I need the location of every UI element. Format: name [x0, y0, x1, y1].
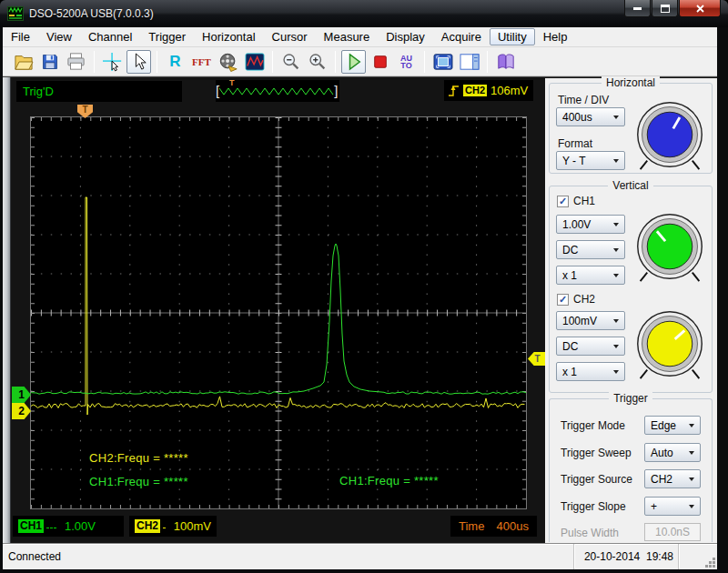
- waveform-view-button[interactable]: [242, 50, 267, 74]
- trigger-sweep-select[interactable]: Auto: [644, 443, 701, 462]
- control-panel: Horizontal Time / DIV 400us Format Y - T…: [545, 78, 717, 543]
- window-layout-icon: [460, 53, 480, 71]
- open-folder-icon: [14, 53, 34, 71]
- time-label: Time: [459, 519, 484, 533]
- stop-icon: [372, 54, 389, 70]
- trigger-group-title: Trigger: [609, 392, 652, 405]
- panel-layout-button[interactable]: [457, 50, 481, 74]
- trigger-source-select[interactable]: CH2: [644, 469, 701, 488]
- waveform-icon: [245, 53, 265, 71]
- menu-view[interactable]: View: [38, 28, 80, 45]
- close-button[interactable]: [679, 0, 721, 17]
- ch2-position-knob[interactable]: [633, 307, 706, 380]
- minimize-button[interactable]: [624, 0, 651, 17]
- help-book-icon: [496, 53, 516, 71]
- rising-edge-icon: [448, 83, 460, 98]
- menu-help[interactable]: Help: [535, 28, 576, 45]
- printer-icon: [66, 53, 86, 70]
- ch1-coupling-icon: [46, 528, 56, 528]
- save-floppy-icon: [41, 53, 59, 71]
- menu-horizontal[interactable]: Horizontal: [194, 28, 264, 45]
- ch2-coupling-icon: [163, 528, 166, 528]
- ch1-badge: CH1: [18, 519, 44, 533]
- time-div-select[interactable]: 400us: [556, 107, 625, 126]
- measurement-ch2-freq: CH2:Frequ = *****: [89, 451, 188, 465]
- ch1-ground-marker[interactable]: 1: [12, 387, 31, 403]
- save-button[interactable]: [37, 50, 62, 74]
- connection-status: Connected: [8, 550, 61, 563]
- play-icon: [346, 53, 362, 71]
- trigger-level-marker[interactable]: T: [528, 352, 547, 366]
- ch1-enable-row: CH1: [557, 195, 595, 207]
- trigger-mode-select[interactable]: Edge: [644, 416, 701, 435]
- trigger-group: Trigger Trigger Mode Edge Trigger Sweep …: [549, 398, 713, 542]
- help-button[interactable]: [493, 50, 518, 74]
- trigger-status-text: Trig'D: [23, 85, 54, 98]
- pulse-width-input: 10.0nS: [644, 523, 701, 541]
- run-button[interactable]: [341, 50, 366, 74]
- horizontal-group-title: Horizontal: [602, 76, 660, 89]
- print-button[interactable]: [64, 50, 88, 74]
- ch2-badge: CH2: [135, 519, 160, 533]
- fullscreen-icon: [433, 53, 453, 71]
- auto-icon: AUTO: [400, 55, 412, 69]
- stop-button[interactable]: [368, 50, 392, 74]
- ch2-coupling-select[interactable]: DC: [556, 337, 625, 356]
- zoom-in-button[interactable]: [305, 50, 329, 74]
- menu-display[interactable]: Display: [378, 28, 433, 45]
- horizontal-group: Horizontal Time / DIV 400us Format Y - T: [549, 83, 713, 174]
- trigger-source-badge: CH2: [463, 85, 487, 96]
- ch1-position-knob[interactable]: [633, 210, 706, 283]
- trigger-slope-select[interactable]: +: [644, 497, 701, 516]
- datetime-status: 20-10-2014 19:48: [574, 544, 679, 569]
- resize-grip-icon[interactable]: [713, 565, 715, 568]
- select-arrow-button[interactable]: [126, 50, 151, 74]
- fullscreen-button[interactable]: [430, 50, 455, 74]
- menu-trigger[interactable]: Trigger: [140, 28, 194, 45]
- trigger-source-label: Trigger Source: [561, 473, 632, 486]
- waveform-preview[interactable]: T [ ]: [216, 80, 339, 102]
- ch2-enable-row: CH2: [557, 293, 595, 306]
- preview-trigger-marker[interactable]: T: [229, 78, 235, 87]
- horizontal-position-knob[interactable]: [633, 98, 706, 171]
- ch1-probe-select[interactable]: x 1: [556, 266, 625, 285]
- record-button[interactable]: [216, 50, 240, 74]
- toolbar: R FFT AUTO: [3, 47, 717, 76]
- trigger-mode-label: Trigger Mode: [561, 419, 625, 432]
- ch2-scale-select[interactable]: 100mV: [556, 311, 625, 330]
- toolbar-separator: [487, 51, 488, 73]
- cursor-measure-button[interactable]: [100, 50, 125, 74]
- menu-acquire[interactable]: Acquire: [433, 28, 490, 45]
- title-bar: DSO-5200A USB(7.0.0.3): [0, 0, 728, 27]
- trigger-sweep-label: Trigger Sweep: [561, 447, 632, 459]
- menu-channel[interactable]: Channel: [80, 28, 140, 45]
- measurement-ch1-freq: CH1:Frequ = *****: [89, 475, 188, 488]
- ch2-ground-marker[interactable]: 2: [12, 403, 31, 419]
- reference-button[interactable]: R: [163, 50, 187, 74]
- menu-measure[interactable]: Measure: [316, 28, 379, 45]
- ch2-checkbox[interactable]: [557, 294, 569, 306]
- format-select[interactable]: Y - T: [556, 151, 625, 170]
- menu-file[interactable]: File: [3, 28, 38, 45]
- maximize-button[interactable]: [652, 0, 678, 17]
- ch2-scale-value: 100mV: [174, 519, 211, 533]
- zoom-out-button[interactable]: [278, 50, 303, 74]
- ch1-scale-select[interactable]: 1.00V: [556, 215, 625, 234]
- menu-bar: File View Channel Trigger Horizontal Cur…: [3, 27, 717, 47]
- status-bar: Connected 20-10-2014 19:48: [3, 543, 717, 569]
- menu-utility[interactable]: Utility: [490, 28, 535, 45]
- menu-cursor[interactable]: Cursor: [264, 28, 316, 45]
- pulse-width-label: Pulse Width: [561, 527, 619, 539]
- fft-button[interactable]: FFT: [189, 50, 214, 74]
- ch2-readout: CH2 100mV: [129, 516, 217, 537]
- ch1-coupling-select[interactable]: DC: [556, 240, 625, 259]
- timebase-readout: Time 400us: [450, 516, 537, 537]
- ch1-checkbox[interactable]: [557, 196, 569, 207]
- open-button[interactable]: [11, 50, 35, 74]
- autoset-button[interactable]: AUTO: [394, 50, 419, 74]
- toolbar-separator: [424, 51, 425, 73]
- left-splitter[interactable]: [3, 77, 11, 543]
- film-reel-icon: [218, 52, 238, 72]
- ch2-probe-select[interactable]: x 1: [556, 362, 625, 381]
- measurement-ch1-freq-mid: CH1:Frequ = *****: [339, 474, 439, 488]
